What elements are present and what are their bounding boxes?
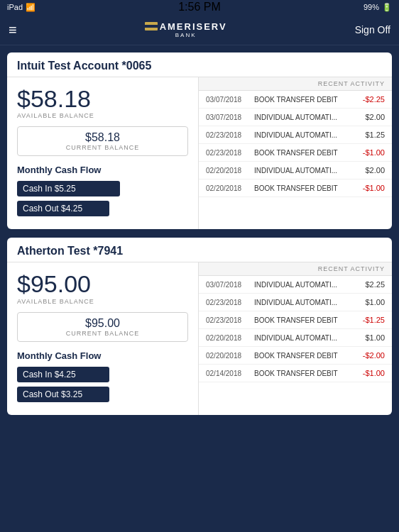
transaction-desc-1-6: BOOK TRANSFER DEBIT [254, 184, 354, 192]
cash-in-bar-2: Cash In $4.25 [17, 367, 109, 382]
transaction-amount-2-6: -$1.00 [358, 369, 385, 377]
transaction-row-2-5: 02/20/2018BOOK TRANSFER DEBIT-$2.00 [199, 347, 392, 365]
current-balance-label-2: CURRENT BALANCE [25, 330, 180, 337]
transaction-row-1-4: 02/23/2018BOOK TRANSFER DEBIT-$1.00 [199, 144, 392, 162]
transaction-date-1-5: 02/20/2018 [206, 167, 250, 174]
cash-out-row-2: Cash Out $3.25 [17, 387, 188, 402]
transaction-desc-2-1: INDIVIDUAL AUTOMATI... [254, 281, 354, 289]
transaction-desc-1-1: BOOK TRANSFER DEBIT [254, 96, 354, 104]
account-body-2: $95.00AVAILABLE BALANCE$95.00CURRENT BAL… [7, 262, 392, 414]
account-card-1: Intuit Test Account *0065$58.18AVAILABLE… [7, 52, 392, 229]
transaction-row-1-2: 03/07/2018INDIVIDUAL AUTOMATI...$2.00 [199, 109, 392, 126]
cash-in-row-1: Cash In $5.25 [17, 181, 188, 196]
transaction-row-2-3: 02/23/2018BOOK TRANSFER DEBIT-$1.25 [199, 311, 392, 329]
navbar: ≡ AMERISERV BANK Sign Off [0, 14, 399, 45]
main-content: Intuit Test Account *0065$58.18AVAILABLE… [0, 45, 399, 532]
transaction-desc-2-4: INDIVIDUAL AUTOMATI... [254, 334, 354, 342]
current-balance-label-1: CURRENT BALANCE [25, 144, 180, 151]
status-bar: iPad 📶 1:56 PM 99% 🔋 [0, 0, 399, 14]
transaction-amount-1-5: $2.00 [358, 166, 385, 174]
transaction-date-1-3: 02/23/2018 [206, 131, 250, 139]
available-balance-label-2: AVAILABLE BALANCE [17, 298, 188, 305]
transaction-amount-2-3: -$1.25 [358, 316, 385, 324]
cash-in-bar-1: Cash In $5.25 [17, 181, 120, 196]
right-panel-1: RECENT ACTIVITY03/07/2018BOOK TRANSFER D… [199, 77, 392, 229]
wifi-icon: 📶 [26, 3, 35, 12]
cash-in-row-2: Cash In $4.25 [17, 367, 188, 382]
logo-text: AMERISERV [160, 21, 227, 32]
status-left: iPad 📶 [7, 3, 35, 12]
current-balance-amount-1: $58.18 [25, 131, 180, 144]
recent-activity-header-2: RECENT ACTIVITY [199, 262, 392, 276]
transaction-desc-2-2: INDIVIDUAL AUTOMATI... [254, 299, 354, 306]
transaction-row-1-6: 02/20/2018BOOK TRANSFER DEBIT-$1.00 [199, 179, 392, 197]
logo-flag-icon [145, 22, 158, 31]
signoff-button[interactable]: Sign Off [355, 24, 390, 35]
left-panel-1: $58.18AVAILABLE BALANCE$58.18CURRENT BAL… [7, 77, 199, 229]
cash-out-bar-1: Cash Out $4.25 [17, 201, 109, 216]
transaction-desc-2-6: BOOK TRANSFER DEBIT [254, 370, 354, 377]
account-header-2: Atherton Test *7941 [7, 238, 392, 262]
cashflow-title-2: Monthly Cash Flow [17, 350, 188, 361]
transaction-date-2-6: 02/14/2018 [206, 370, 250, 377]
transaction-amount-1-6: -$1.00 [358, 184, 385, 192]
account-body-1: $58.18AVAILABLE BALANCE$58.18CURRENT BAL… [7, 77, 392, 229]
transaction-row-1-3: 02/23/2018INDIVIDUAL AUTOMATI...$1.25 [199, 126, 392, 144]
battery-percent: 99% [364, 3, 379, 11]
available-balance-1: $58.18 [17, 86, 188, 112]
transaction-date-2-1: 03/07/2018 [206, 281, 250, 289]
transaction-date-2-4: 02/20/2018 [206, 334, 250, 342]
available-balance-2: $95.00 [17, 271, 188, 297]
transaction-amount-2-4: $1.00 [358, 333, 385, 342]
current-balance-box-2: $95.00CURRENT BALANCE [17, 312, 188, 342]
battery-icon: 🔋 [382, 3, 392, 12]
transaction-date-1-2: 03/07/2018 [206, 113, 250, 121]
transaction-amount-2-1: $2.25 [358, 280, 385, 289]
account-title-2: Atherton Test *7941 [17, 245, 123, 257]
recent-activity-header-1: RECENT ACTIVITY [199, 77, 392, 91]
right-panel-2: RECENT ACTIVITY03/07/2018INDIVIDUAL AUTO… [199, 262, 392, 414]
account-header-1: Intuit Test Account *0065 [7, 52, 392, 77]
status-right: 99% 🔋 [364, 3, 392, 12]
transaction-desc-1-3: INDIVIDUAL AUTOMATI... [254, 131, 354, 139]
transaction-amount-1-2: $2.00 [358, 113, 385, 121]
device-label: iPad [7, 3, 23, 11]
left-panel-2: $95.00AVAILABLE BALANCE$95.00CURRENT BAL… [7, 262, 199, 414]
transaction-date-2-2: 02/23/2018 [206, 299, 250, 306]
current-balance-amount-2: $95.00 [25, 317, 180, 330]
transaction-date-1-6: 02/20/2018 [206, 184, 250, 192]
cash-out-bar-2: Cash Out $3.25 [17, 387, 109, 402]
transaction-amount-2-2: $1.00 [358, 298, 385, 306]
app-logo: AMERISERV BANK [145, 21, 227, 38]
transaction-row-2-1: 03/07/2018INDIVIDUAL AUTOMATI...$2.25 [199, 276, 392, 294]
transaction-date-1-1: 03/07/2018 [206, 96, 250, 104]
account-card-2: Atherton Test *7941$95.00AVAILABLE BALAN… [7, 238, 392, 414]
menu-button[interactable]: ≡ [9, 23, 17, 37]
transaction-amount-1-3: $1.25 [358, 131, 385, 139]
transaction-desc-1-2: INDIVIDUAL AUTOMATI... [254, 113, 354, 121]
cash-out-row-1: Cash Out $4.25 [17, 201, 188, 216]
transaction-row-2-6: 02/14/2018BOOK TRANSFER DEBIT-$1.00 [199, 365, 392, 382]
transaction-amount-1-4: -$1.00 [358, 148, 385, 157]
transaction-amount-2-5: -$2.00 [358, 351, 385, 360]
transaction-amount-1-1: -$2.25 [358, 95, 385, 104]
available-balance-label-1: AVAILABLE BALANCE [17, 112, 188, 119]
cashflow-title-1: Monthly Cash Flow [17, 165, 188, 175]
transaction-desc-1-5: INDIVIDUAL AUTOMATI... [254, 167, 354, 174]
transaction-desc-1-4: BOOK TRANSFER DEBIT [254, 149, 354, 157]
transaction-desc-2-5: BOOK TRANSFER DEBIT [254, 352, 354, 360]
transaction-desc-2-3: BOOK TRANSFER DEBIT [254, 316, 354, 324]
transaction-date-1-4: 02/23/2018 [206, 149, 250, 157]
transaction-row-1-5: 02/20/2018INDIVIDUAL AUTOMATI...$2.00 [199, 162, 392, 179]
status-time: 1:56 PM [178, 1, 221, 13]
transaction-row-1-1: 03/07/2018BOOK TRANSFER DEBIT-$2.25 [199, 91, 392, 109]
account-title-1: Intuit Test Account *0065 [17, 60, 151, 72]
transaction-row-2-4: 02/20/2018INDIVIDUAL AUTOMATI...$1.00 [199, 329, 392, 347]
transaction-date-2-5: 02/20/2018 [206, 352, 250, 360]
transaction-date-2-3: 02/23/2018 [206, 316, 250, 324]
transaction-row-2-2: 02/23/2018INDIVIDUAL AUTOMATI...$1.00 [199, 294, 392, 311]
logo-sub: BANK [175, 32, 197, 38]
current-balance-box-1: $58.18CURRENT BALANCE [17, 126, 188, 156]
